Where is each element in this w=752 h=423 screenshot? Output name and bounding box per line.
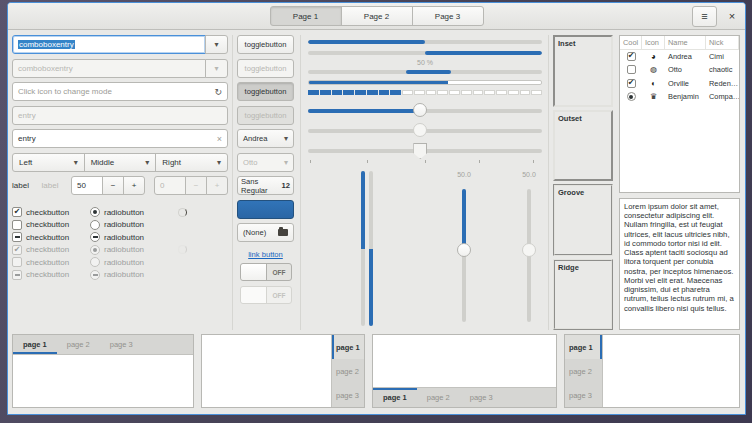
- radiobutton-label[interactable]: radiobutton: [104, 208, 168, 217]
- check-icon: ✔: [628, 52, 635, 60]
- font-button[interactable]: Sans Regular12: [237, 176, 294, 195]
- clear-icon[interactable]: ×: [217, 134, 222, 144]
- notebook-right-tabs: page 1 page 2 page 3: [201, 334, 365, 408]
- radio-selected[interactable]: [90, 207, 100, 217]
- radio-selected[interactable]: [627, 92, 636, 101]
- color-button[interactable]: [237, 200, 294, 219]
- entries-column: comboboxentry ▾ comboboxentry ▾ Click ic…: [12, 35, 228, 330]
- tab-page-2[interactable]: page 2: [57, 335, 100, 354]
- spinbutton-value[interactable]: 50: [71, 176, 103, 195]
- checkbox-checked[interactable]: ✔: [12, 207, 22, 217]
- checkbutton-label[interactable]: checkbutton: [26, 233, 90, 242]
- column-header-nick[interactable]: Nick: [706, 36, 739, 49]
- frame-label: Outset: [558, 114, 582, 123]
- togglebutton-active[interactable]: togglebutton: [237, 82, 294, 101]
- switch-off[interactable]: OFF: [240, 263, 292, 281]
- spin-disabled-minus-button: −: [185, 176, 207, 195]
- togglebutton-label: togglebutton: [245, 64, 287, 73]
- plus-icon: +: [132, 181, 137, 190]
- checkbutton-label: checkbutton: [26, 245, 90, 254]
- level-segment: [449, 90, 460, 95]
- close-button[interactable]: ×: [725, 10, 739, 22]
- switch-handle[interactable]: [241, 264, 267, 280]
- level-segment: [520, 90, 531, 95]
- font-size-label: 12: [282, 181, 290, 190]
- tab-page-2[interactable]: page 2: [417, 388, 460, 407]
- radiobutton-label[interactable]: radiobutton: [104, 220, 168, 229]
- progress-fill: [369, 249, 373, 327]
- tab-page-3[interactable]: page 3: [332, 383, 364, 407]
- level-segment: [508, 90, 519, 95]
- level-segment: [379, 90, 390, 95]
- comboboxentry-dropdown-button[interactable]: ▾: [205, 35, 228, 54]
- checkbutton-label[interactable]: checkbutton: [26, 220, 90, 229]
- dropdown-middle[interactable]: Middle▾: [84, 153, 157, 172]
- cell-name: Otto: [665, 65, 706, 74]
- comboboxentry-input[interactable]: comboboxentry: [12, 35, 206, 54]
- lorem-textview[interactable]: Lorem ipsum dolor sit amet, consectetur …: [619, 198, 740, 330]
- checkbutton-label[interactable]: checkbutton: [26, 208, 90, 217]
- file-chooser-button[interactable]: (None): [237, 223, 294, 242]
- entry[interactable]: entry ×: [12, 129, 228, 148]
- radio-indeterminate[interactable]: [90, 232, 100, 242]
- tab-page-2[interactable]: Page 2: [341, 6, 413, 26]
- notebook-bottom-tabs: page 1 page 2 page 3: [372, 334, 557, 408]
- radiobutton-label[interactable]: radiobutton: [104, 233, 168, 242]
- tab-page-3-label: Page 3: [435, 12, 460, 21]
- radio-unselected[interactable]: [90, 220, 100, 230]
- table-row[interactable]: ✔ ◐ Orville Reden…: [620, 77, 739, 91]
- dropdown-left[interactable]: Left▾: [12, 153, 85, 172]
- tab-page-3[interactable]: page 3: [565, 383, 602, 407]
- checkbox-checked[interactable]: ✔: [627, 52, 636, 61]
- checkbox-checked[interactable]: ✔: [627, 79, 636, 88]
- column-header-cool[interactable]: Cool: [620, 36, 642, 49]
- tab-page-1[interactable]: page 1: [565, 335, 602, 359]
- menu-button[interactable]: ≡: [692, 6, 717, 27]
- level-segment: [343, 90, 354, 95]
- tab-page-2[interactable]: page 2: [332, 359, 364, 383]
- tab-page-3[interactable]: Page 3: [412, 6, 484, 26]
- link-button[interactable]: link button: [237, 250, 294, 259]
- column-header-icon[interactable]: Icon: [642, 36, 665, 49]
- scale-knob-pointed[interactable]: [413, 143, 427, 159]
- table-row[interactable]: ✔ ◕ Andrea Cimi: [620, 50, 739, 64]
- scale-knob[interactable]: [413, 103, 427, 117]
- tab-page-1[interactable]: page 1: [13, 335, 57, 354]
- tab-page-1-label: Page 1: [293, 12, 318, 21]
- checkbox-unchecked[interactable]: [12, 220, 22, 230]
- checkbox-indeterminate[interactable]: [12, 232, 22, 242]
- spinbutton-disabled-value-text: 0: [160, 181, 164, 190]
- page-switcher: Page 1 Page 2 Page 3: [270, 6, 484, 26]
- tab-page-1[interactable]: page 1: [373, 388, 417, 407]
- spin-disabled-plus-button: +: [206, 176, 228, 195]
- combobox-andrea[interactable]: Andrea▾: [237, 129, 294, 148]
- tab-page-2[interactable]: page 2: [565, 359, 602, 383]
- notebook-left-tabs: page 1 page 2 page 3: [564, 334, 740, 408]
- tick-mark: [310, 160, 311, 163]
- level-segment: [320, 90, 331, 95]
- table-row[interactable]: ◍ Otto chaotic: [620, 63, 739, 77]
- minus-icon: −: [111, 181, 116, 190]
- tab-page-3[interactable]: page 3: [460, 388, 503, 407]
- togglebutton-label: togglebutton: [245, 87, 287, 96]
- tab-page-1[interactable]: Page 1: [270, 6, 342, 26]
- spin-plus-button[interactable]: +: [123, 176, 145, 195]
- mode-entry[interactable]: Click icon to change mode ↻: [12, 82, 228, 101]
- table-row[interactable]: ♛ Benjamin Compa…: [620, 90, 739, 104]
- column-header-name[interactable]: Name: [665, 36, 706, 49]
- scales-column: 50 %: [300, 35, 549, 330]
- cell-name: Orville: [665, 79, 706, 88]
- spin-minus-button[interactable]: −: [102, 176, 124, 195]
- radio-selected-disabled: [90, 245, 100, 255]
- refresh-icon[interactable]: ↻: [214, 87, 222, 97]
- tab-page-1[interactable]: page 1: [332, 335, 364, 359]
- checkbox-unchecked[interactable]: [627, 65, 636, 74]
- scale-knob[interactable]: [457, 243, 471, 257]
- tab-strip: page 1 page 2 page 3: [13, 335, 193, 355]
- cell-name: Andrea: [665, 52, 706, 61]
- scale-knob: [413, 123, 427, 137]
- chevron-down-icon: ▾: [214, 64, 218, 73]
- dropdown-right[interactable]: Right▾: [155, 153, 228, 172]
- tab-page-3[interactable]: page 3: [100, 335, 143, 354]
- togglebutton[interactable]: togglebutton: [237, 35, 294, 54]
